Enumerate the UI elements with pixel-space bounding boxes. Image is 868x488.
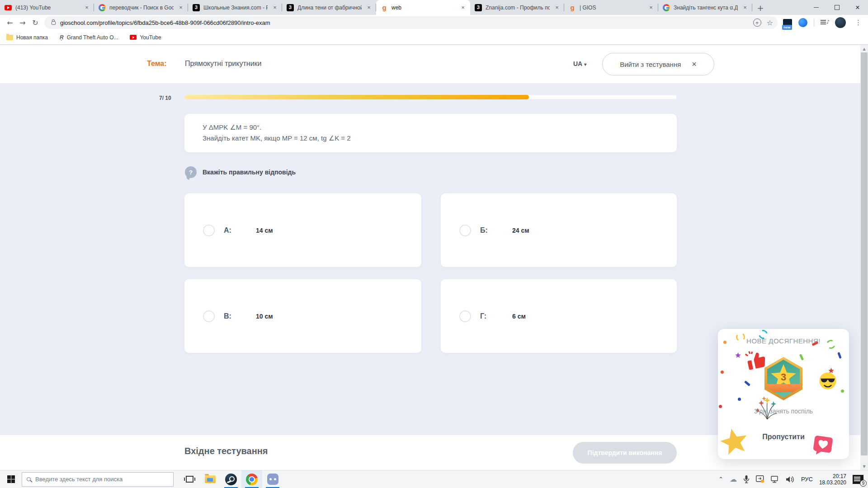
radio-button[interactable] (459, 310, 471, 322)
tab-znanija-1[interactable]: Школьные Знания.com - P (188, 0, 282, 15)
address-bar[interactable]: gioschool.com/profile/topics/6fbda25b-bc… (44, 16, 778, 29)
tab-strip: (413) YouTube переводчик - Поиск в Goo Ш… (0, 0, 868, 15)
tab-znanija-2[interactable]: Длина тени от фабричной (282, 0, 376, 15)
badge-number: 3 (781, 371, 786, 383)
radio-button[interactable] (203, 225, 215, 236)
scrollbar-thumb[interactable] (861, 52, 868, 455)
extension-blue-icon[interactable] (798, 18, 807, 27)
zoom-page-icon[interactable] (753, 19, 761, 27)
page-content: Тема: Прямокутні трикутники UA Вийти з т… (0, 45, 868, 470)
playlist-extension-icon[interactable] (821, 19, 829, 26)
close-button[interactable] (847, 0, 868, 15)
back-icon[interactable]: ← (4, 16, 16, 29)
submit-button[interactable]: Підтвердити виконання (573, 442, 677, 464)
bookmark-gta[interactable]: Grand Theft Auto O... (60, 34, 118, 41)
chrome-button[interactable] (241, 470, 262, 488)
toolbar-separator (814, 19, 814, 27)
scroll-up-icon[interactable]: ▲ (860, 45, 868, 52)
steam-icon (225, 474, 237, 485)
option-a-card[interactable]: А: 14 см (184, 193, 421, 267)
star-sticker (718, 426, 751, 458)
progress-fill (184, 95, 529, 99)
tab-gios[interactable]: | GIOS (564, 0, 658, 15)
confetti (735, 352, 741, 358)
minimize-button[interactable] (806, 0, 826, 15)
chrome-icon (246, 474, 258, 485)
lock-icon (52, 21, 56, 25)
option-value: 14 см (256, 227, 273, 234)
bookmarks-bar: Новая папка Grand Theft Auto O... YouTub… (0, 30, 868, 45)
bookmark-folder[interactable]: Новая папка (6, 34, 48, 41)
refresh-icon[interactable]: ↻ (29, 16, 42, 29)
tab-title: web (392, 5, 456, 11)
close-icon[interactable] (692, 60, 697, 69)
tab-google-search[interactable]: Знайдіть тангенс кута α.До (658, 0, 752, 15)
extension-icon[interactable]: new (783, 19, 792, 26)
time: 20:17 (819, 473, 846, 479)
tab-close-icon[interactable] (741, 4, 749, 11)
gios-favicon-icon (569, 4, 576, 11)
browser-menu-icon[interactable] (852, 19, 864, 27)
tray-chevron-icon[interactable]: ⌃ (718, 476, 723, 483)
onedrive-cloud-icon[interactable]: ☁ (730, 475, 737, 483)
site-header: Тема: Прямокутні трикутники UA Вийти з т… (0, 45, 868, 83)
tab-close-icon[interactable] (553, 4, 561, 11)
maximize-button[interactable] (826, 0, 847, 15)
scroll-down-icon[interactable]: ▼ (860, 463, 868, 470)
tab-title: | GIOS (580, 5, 644, 11)
fireworks-sticker (753, 392, 781, 421)
system-tray: ⌃ ☁ РУС 20:17 18.03.2020 9 (718, 470, 868, 488)
tab-close-icon[interactable] (459, 4, 467, 11)
file-explorer-button[interactable] (200, 470, 221, 488)
bookmark-label: Grand Theft Auto O... (67, 34, 118, 41)
tab-title: Znanija.com - Профиль по (486, 5, 550, 11)
search-input[interactable] (35, 476, 169, 483)
language-indicator[interactable]: РУС (801, 476, 813, 483)
language-dropdown[interactable]: UA (573, 60, 586, 67)
task-view-icon (186, 476, 193, 483)
tab-close-icon[interactable] (177, 4, 184, 11)
tab-close-icon[interactable] (647, 4, 655, 11)
tab-title: переводчик - Поиск в Goo (109, 5, 174, 11)
discord-button[interactable] (262, 470, 283, 488)
exit-test-button[interactable]: Вийти з тестування (602, 53, 714, 75)
profile-avatar[interactable] (835, 17, 846, 28)
tab-title: Школьные Знания.com - P (203, 5, 268, 11)
steam-button[interactable] (221, 470, 241, 488)
option-b-card[interactable]: Б: 24 см (441, 193, 677, 267)
option-v-card[interactable]: В: 10 см (184, 279, 421, 353)
tab-close-icon[interactable] (83, 4, 90, 11)
notification-center-icon[interactable]: 9 (853, 475, 863, 484)
tab-close-icon[interactable] (271, 4, 278, 11)
youtube-icon (130, 35, 137, 40)
tab-youtube[interactable]: (413) YouTube (0, 0, 94, 15)
clock[interactable]: 20:17 18.03.2020 (819, 473, 846, 486)
start-button[interactable] (0, 470, 22, 488)
achievement-caption: 3 дні занять поспіль (718, 408, 849, 415)
taskbar-search[interactable] (22, 472, 174, 487)
url-text[interactable]: gioschool.com/profile/topics/6fbda25b-bc… (60, 19, 753, 26)
radio-button[interactable] (203, 310, 215, 322)
network-icon[interactable] (771, 476, 779, 483)
microphone-icon[interactable] (743, 475, 750, 483)
rockstar-icon (60, 34, 64, 41)
tab-translator[interactable]: переводчик - Поиск в Goo (94, 0, 188, 15)
radio-button[interactable] (459, 225, 471, 236)
tab-znanija-profile[interactable]: Znanija.com - Профиль по (470, 0, 564, 15)
confetti (799, 354, 804, 361)
remote-sync-icon[interactable] (756, 475, 764, 483)
window-controls (806, 0, 868, 15)
tab-web-active[interactable]: web (376, 0, 470, 15)
bookmark-star-icon[interactable] (767, 19, 773, 27)
extensions-area: new (783, 17, 864, 28)
option-g-card[interactable]: Г: 6 см (441, 279, 677, 353)
forward-icon[interactable]: → (16, 16, 29, 29)
heart-bubble-sticker (811, 433, 835, 458)
bookmark-youtube[interactable]: YouTube (130, 34, 161, 41)
question-bubble-icon (185, 166, 197, 178)
volume-icon[interactable] (786, 476, 795, 483)
task-view-button[interactable] (179, 470, 200, 488)
tab-close-icon[interactable] (365, 4, 373, 11)
page-scrollbar[interactable]: ▲ ▼ (860, 45, 868, 470)
new-tab-button[interactable] (754, 1, 767, 14)
